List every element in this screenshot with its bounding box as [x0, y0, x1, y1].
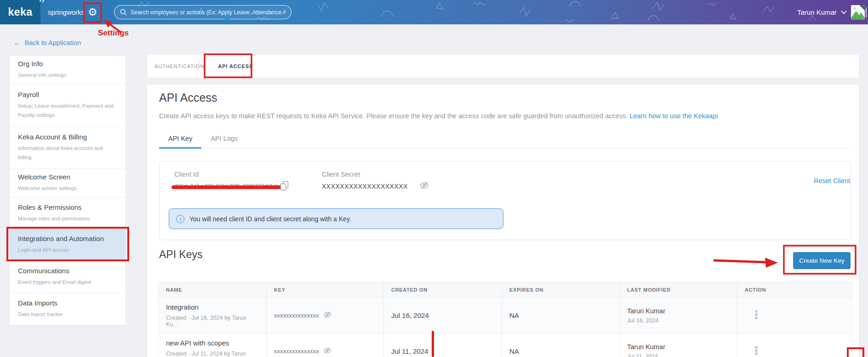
table-row: new API with scopes Created - Jul 11, 20…	[159, 334, 852, 357]
search-icon	[120, 9, 127, 16]
sidebar-item-subtitle: Welcome screen settings	[18, 184, 117, 193]
key-name: new API with scopes	[166, 339, 259, 347]
org-name: springworks	[48, 0, 85, 24]
active-tab-pointer-icon	[223, 16, 231, 20]
modified-by: Tarun Kumar	[627, 343, 730, 351]
key-created-by: Created - Jul 11, 2024 by Tarun Ku...	[166, 351, 259, 357]
keka-logo-text: keka	[8, 6, 32, 18]
column-header-name: NAME	[159, 282, 267, 298]
sidebar-item-title: Payroll	[18, 91, 117, 98]
page-description: Create API access keys to make REST requ…	[159, 112, 718, 120]
expires-on: NA	[509, 311, 519, 319]
section-tabs: AUTHENTICATION API ACCESS	[147, 54, 859, 78]
eye-off-icon[interactable]	[323, 346, 331, 356]
table-row: Integration Created - Jul 16, 2024 by Ta…	[159, 298, 852, 334]
sidebar-item-subtitle: Setup, Leave encashment, Payment and Pay…	[18, 102, 117, 120]
sidebar-item-payroll[interactable]: Payroll Setup, Leave encashment, Payment…	[10, 85, 126, 127]
chevron-down-icon	[841, 10, 847, 14]
key-masked-value: xxxxxxxxxxxxxxx	[274, 348, 319, 355]
user-menu[interactable]: Tarun Kumar	[797, 0, 865, 24]
client-secret-label: Client Secret	[322, 171, 360, 178]
back-link-label: Back to Application	[25, 39, 81, 46]
client-id-value-redacted: d31da7d7-a432-487d-98f5-4698777d11cb	[174, 183, 279, 190]
eye-off-icon[interactable]	[323, 311, 331, 320]
modified-by: Tarun Kumar	[627, 307, 730, 315]
sidebar-item-subtitle: Information about Keka account and billi…	[18, 144, 117, 162]
eye-off-icon[interactable]	[420, 181, 429, 192]
client-credentials-card: Client Id d31da7d7-a432-487d-98f5-469877…	[159, 161, 851, 240]
sidebar-item-title: Welcome Screen	[18, 173, 117, 181]
user-name: Tarun Kumar	[797, 8, 837, 16]
keka-settings-page: keka springworks ⚙ Tarun Kumar	[0, 0, 868, 357]
key-masked-value: xxxxxxxxxxxxxxx	[274, 312, 319, 319]
global-search[interactable]	[114, 5, 291, 19]
sidebar-item-title: Org Info	[18, 60, 117, 68]
column-header-action: ACTION	[737, 282, 852, 298]
info-note-text: You will need client ID and client secre…	[189, 215, 351, 223]
subtab-api-logs[interactable]: API Logs	[201, 129, 247, 148]
copy-icon[interactable]	[280, 181, 289, 193]
settings-sidebar: Org Info General info settings Payroll S…	[9, 55, 126, 326]
sidebar-item-subtitle: Manage roles and permissions	[18, 214, 117, 224]
subtab-api-key[interactable]: API Key	[159, 129, 201, 148]
kebab-menu-icon[interactable]	[755, 310, 758, 321]
api-access-panel: API Access Create API access keys to mak…	[147, 84, 859, 357]
sidebar-item-title: Integrations and Automation	[18, 235, 117, 242]
client-id-label: Client Id	[174, 171, 199, 178]
top-navbar: keka springworks ⚙ Tarun Kumar	[0, 0, 868, 24]
tab-authentication[interactable]: AUTHENTICATION	[154, 63, 204, 69]
annotation-settings-label: Settings	[98, 29, 129, 38]
kebab-menu-icon[interactable]	[755, 346, 758, 357]
header-edge-element	[866, 7, 867, 17]
sidebar-item-subtitle: Data import tracker	[18, 310, 117, 319]
info-icon: i	[176, 215, 184, 223]
back-arrow-icon: ←	[14, 39, 21, 46]
keka-logo-flick-icon	[39, 0, 45, 2]
learn-kekaapi-link[interactable]: Learn how to use the Kekaapi	[629, 112, 718, 120]
avatar[interactable]	[851, 5, 865, 20]
sidebar-item-org-info[interactable]: Org Info General info settings	[10, 56, 126, 85]
created-on-date: Jul 11, 2024	[391, 347, 428, 355]
gear-icon[interactable]: ⚙	[88, 6, 97, 18]
api-keys-title: API Keys	[159, 248, 203, 261]
search-input[interactable]	[131, 9, 286, 16]
key-name: Integration	[166, 303, 259, 311]
tab-api-access[interactable]: API ACCESS	[218, 63, 253, 69]
sidebar-item-keka-account-billing[interactable]: Keka Account & Billing Information about…	[10, 127, 126, 169]
client-secret-value: XXXXXXXXXXXXXXXXXXX	[322, 183, 408, 190]
sidebar-item-subtitle: Login and API access	[18, 246, 117, 255]
reset-client-link[interactable]: Reset Client	[814, 177, 850, 184]
column-header-key: KEY	[267, 282, 384, 298]
table-header-row: NAME KEY CREATED ON EXPIRES ON LAST MODI…	[159, 282, 852, 298]
sidebar-item-integrations-automation[interactable]: Integrations and Automation Login and AP…	[10, 229, 126, 261]
client-info-note: i You will need client ID and client sec…	[169, 208, 503, 229]
key-created-by: Created - Jul 16, 2024 by Tarun Ku...	[166, 315, 259, 328]
created-on-date: Jul 16, 2024	[391, 311, 429, 319]
keka-logo[interactable]: keka	[0, 0, 40, 24]
api-keys-table: NAME KEY CREATED ON EXPIRES ON LAST MODI…	[158, 282, 852, 357]
modified-on: Jul 11, 2024	[627, 353, 730, 357]
page-title: API Access	[159, 91, 217, 104]
sidebar-item-roles-permissions[interactable]: Roles & Permissions Manage roles and per…	[10, 198, 126, 229]
sidebar-item-subtitle: General info settings	[18, 71, 117, 80]
sidebar-item-communications[interactable]: Communications Event triggers and Email …	[10, 261, 126, 293]
modified-on: Jul 16, 2024	[627, 317, 730, 324]
sidebar-item-title: Communications	[18, 267, 117, 275]
expires-on: NA	[509, 347, 519, 355]
sidebar-item-subtitle: Event triggers and Email digest	[18, 278, 117, 287]
sidebar-item-title: Roles & Permissions	[18, 203, 117, 211]
sidebar-item-title: Data Imports	[18, 299, 117, 307]
sidebar-item-data-imports[interactable]: Data Imports Data import tracker	[10, 293, 126, 325]
column-header-expires-on: EXPIRES ON	[502, 282, 620, 298]
sidebar-item-title: Keka Account & Billing	[18, 133, 117, 141]
page-description-text: Create API access keys to make REST requ…	[159, 112, 629, 120]
column-header-created-on: CREATED ON	[384, 282, 502, 298]
create-new-key-button[interactable]: Create New Key	[793, 252, 851, 269]
sidebar-item-welcome-screen[interactable]: Welcome Screen Welcome screen settings	[10, 169, 126, 198]
api-subtabs: API Key API Logs	[159, 129, 849, 149]
back-to-application-link[interactable]: ← Back to Application	[14, 39, 81, 46]
column-header-last-modified: LAST MODIFIED	[620, 282, 737, 298]
